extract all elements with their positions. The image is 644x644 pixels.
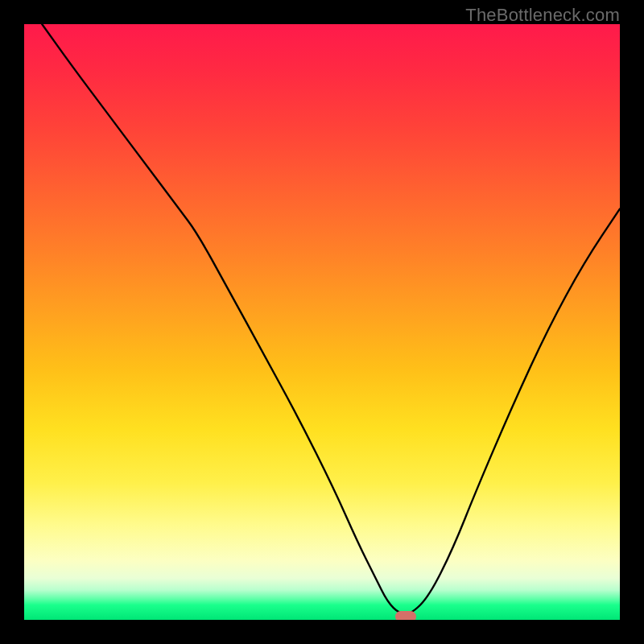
chart-frame: TheBottleneck.com	[0, 0, 644, 644]
plot-area	[24, 24, 620, 620]
attribution-text: TheBottleneck.com	[465, 5, 620, 26]
bottleneck-curve	[42, 24, 620, 614]
optimal-marker	[395, 611, 416, 620]
curve-svg	[24, 24, 620, 620]
